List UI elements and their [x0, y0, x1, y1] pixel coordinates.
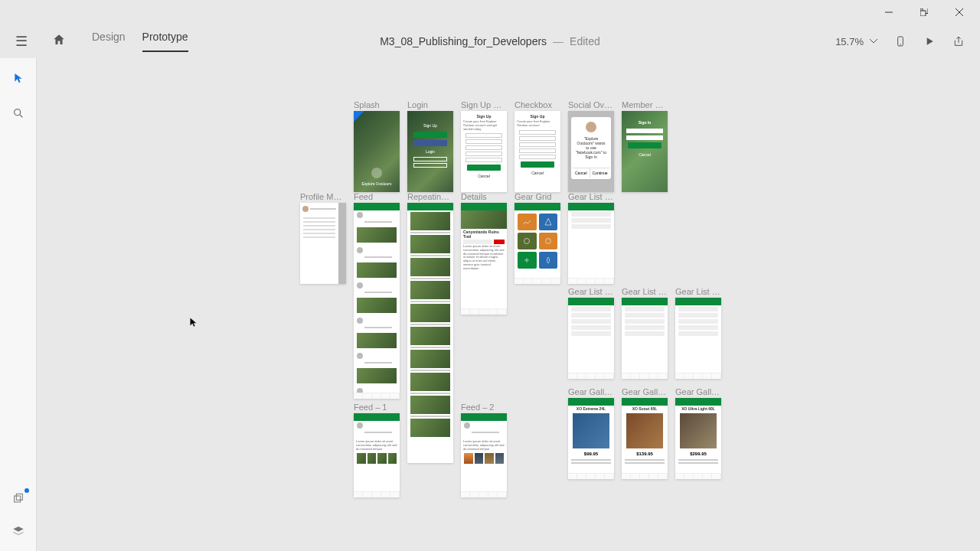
thumb-text: Cancel	[461, 173, 507, 179]
home-artboard-marker-icon	[354, 111, 364, 122]
home-icon[interactable]	[47, 30, 70, 53]
thumb-text: "Explore Outdoors" wants to use "faceboo…	[573, 135, 609, 160]
artboard-label: Profile Me…	[300, 192, 346, 201]
thumb-text: Explore Outdoors	[354, 180, 400, 187]
artboard-feed1[interactable]: Feed – 1 Lorem ipsum dolor sit amet cons…	[354, 403, 400, 497]
artboard-gearlist5[interactable]: Gear List – 5	[568, 287, 614, 379]
svg-rect-10	[14, 496, 20, 502]
artboard-social[interactable]: Social Ove… "Explore Outdoors" wants to …	[568, 100, 614, 192]
layers-panel-icon[interactable]	[9, 522, 28, 540]
zoom-tool-icon[interactable]	[9, 104, 28, 122]
thumb-text: Sign Up	[461, 111, 507, 119]
select-tool-icon[interactable]	[9, 69, 28, 87]
artboard-label: Feed	[354, 192, 400, 201]
thumb-text: Cancel	[622, 151, 668, 158]
artboard-member[interactable]: Member L… Sign In Cancel	[622, 100, 668, 192]
artboard-label: Feed – 1	[354, 403, 400, 412]
thumb-text: Continue	[590, 168, 610, 178]
app-toolbar: ☰ Design Prototype M3_08_Publishing_for_…	[0, 24, 980, 58]
artboard-label: Login	[407, 100, 453, 109]
artboard-label: Gear List – 6	[622, 287, 668, 296]
edited-separator: —	[553, 35, 564, 47]
window-minimize-button[interactable]	[871, 0, 906, 24]
thumb-text: Sign In	[622, 119, 668, 126]
artboard-splash[interactable]: Splash Explore Outdoors	[354, 100, 400, 192]
edited-label: Edited	[570, 35, 600, 47]
thumb-text: $99.95	[568, 450, 614, 458]
thumb-text: Cancel	[514, 170, 560, 176]
artboard-gearlist6[interactable]: Gear List – 6	[622, 287, 668, 379]
thumb-text: XO Extreme 24L	[568, 406, 614, 412]
artboard-profile[interactable]: Profile Me…	[300, 192, 346, 284]
thumb-text: Cancel	[573, 168, 590, 178]
artboard-feed2[interactable]: Feed – 2 Lorem ipsum dolor sit amet cons…	[461, 403, 507, 497]
svg-point-7	[900, 44, 900, 44]
thumb-text: $299.95	[675, 450, 721, 458]
chevron-down-icon	[870, 39, 877, 44]
artboard-label: Gear Galle…	[675, 387, 721, 396]
play-icon[interactable]	[923, 35, 936, 47]
artboard-label: Member L…	[622, 100, 668, 109]
artboard-label: Sign Up E…	[461, 100, 507, 109]
thumb-text: XO Scout 65L	[622, 406, 668, 412]
cursor-icon	[188, 315, 199, 332]
svg-point-8	[14, 109, 20, 116]
menu-icon[interactable]: ☰	[9, 30, 34, 53]
artboard-label: Gear List – 7	[675, 287, 721, 296]
svg-rect-11	[16, 494, 22, 500]
artboard-checkbox[interactable]: Checkbox Sign Up Create your free Explor…	[514, 100, 560, 192]
artboard-geargrid[interactable]: Gear Grid	[514, 192, 560, 284]
artboard-label: Details	[461, 192, 507, 201]
thumb-text: Sign Up	[514, 111, 560, 119]
artboard-gearlist4[interactable]: Gear List – 4	[568, 192, 614, 284]
window-close-button[interactable]	[942, 0, 977, 24]
artboard-details[interactable]: Details Canyonlands Ruins Trail Lorem ip…	[461, 192, 507, 315]
artboard-label: Repeating …	[407, 192, 453, 201]
artboard-label: Gear Galle…	[622, 387, 668, 396]
left-sidebar	[0, 58, 37, 551]
artboard-label: Gear Grid	[514, 192, 560, 201]
artboard-label: Social Ove…	[568, 100, 614, 109]
assets-panel-icon[interactable]	[9, 490, 28, 508]
share-icon[interactable]	[952, 35, 965, 47]
thumb-text: $139.95	[622, 450, 668, 458]
artboard-label: Gear List – 4	[568, 192, 614, 201]
artboard-gearlist7[interactable]: Gear List – 7	[675, 287, 721, 379]
svg-point-12	[524, 239, 530, 244]
svg-rect-3	[920, 11, 926, 16]
thumb-text: XO Ultra Light 60L	[675, 406, 721, 412]
artboard-login[interactable]: Login Sign Up Login	[407, 100, 453, 192]
tab-prototype[interactable]: Prototype	[142, 31, 188, 52]
window-titlebar	[0, 0, 980, 24]
thumb-text: Login	[407, 148, 453, 155]
artboard-label: Splash	[354, 100, 400, 109]
artboard-label: Checkbox	[514, 100, 560, 109]
artboard-gearg2[interactable]: Gear Galle… XO Scout 65L $139.95	[622, 387, 668, 479]
artboard-label: Gear List – 5	[568, 287, 614, 296]
zoom-dropdown[interactable]: 15.7%	[835, 36, 877, 47]
artboard-repeating[interactable]: Repeating …	[407, 192, 453, 463]
artboard-feed[interactable]: Feed	[354, 192, 400, 399]
artboard-label: Feed – 2	[461, 403, 507, 412]
document-title: M3_08_Publishing_for_Developers	[380, 35, 547, 47]
artboard-signup[interactable]: Sign Up E… Sign Up Create your free Expl…	[461, 100, 507, 192]
artboard-gearg3[interactable]: Gear Galle… XO Ultra Light 60L $299.95	[675, 387, 721, 479]
window-maximize-button[interactable]	[906, 0, 942, 24]
tab-design[interactable]: Design	[92, 31, 126, 52]
zoom-value: 15.7%	[835, 36, 864, 47]
artboard-gearg1[interactable]: Gear Galle… XO Extreme 24L $99.95	[568, 387, 614, 479]
thumb-text: Sign Up	[407, 122, 453, 129]
svg-line-9	[20, 115, 22, 117]
canvas[interactable]: Splash Explore Outdoors Login Sign Up Lo…	[37, 58, 980, 551]
device-preview-icon[interactable]	[894, 35, 906, 47]
svg-rect-13	[546, 239, 550, 243]
artboard-label: Gear Galle…	[568, 387, 614, 396]
